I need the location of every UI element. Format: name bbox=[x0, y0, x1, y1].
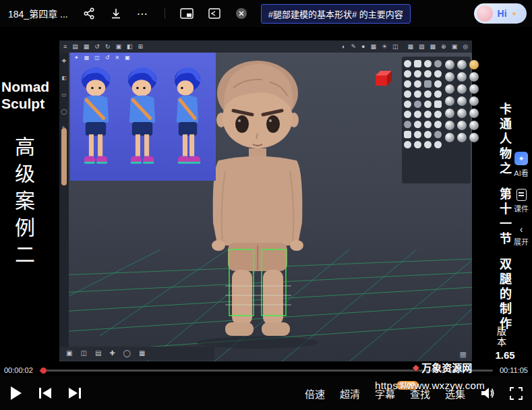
panel-icon[interactable]: ▧ bbox=[419, 40, 425, 53]
ref-tool-icon[interactable]: ↺ bbox=[105, 54, 110, 61]
tool-icon[interactable]: ◧ bbox=[127, 40, 133, 53]
brush-button[interactable] bbox=[414, 80, 421, 88]
brush-button[interactable] bbox=[424, 60, 432, 67]
brush-button[interactable] bbox=[434, 90, 442, 98]
matcap-sphere[interactable] bbox=[445, 96, 454, 106]
brush-button[interactable] bbox=[434, 111, 442, 118]
tool-icon[interactable]: ✎ bbox=[351, 40, 356, 53]
brush-button[interactable] bbox=[414, 90, 421, 98]
panel-icon[interactable]: ◎ bbox=[463, 40, 468, 53]
tool-icon[interactable]: ▤ bbox=[72, 40, 78, 53]
brush-button[interactable] bbox=[404, 121, 411, 128]
matcap-sphere[interactable] bbox=[457, 84, 467, 94]
assistant-avatar[interactable]: Hi ✦ bbox=[474, 3, 527, 24]
reference-image-panel[interactable]: ✦▦◫↺✕▣ bbox=[70, 53, 216, 181]
play-button[interactable] bbox=[9, 386, 22, 401]
panel-icon[interactable]: ▩ bbox=[430, 40, 436, 53]
brush-button[interactable] bbox=[424, 131, 432, 138]
viewport-corner-icon[interactable]: ▦ bbox=[460, 350, 467, 359]
brush-button[interactable] bbox=[404, 60, 411, 67]
expand-panel-button[interactable]: ‹ 展开 bbox=[512, 225, 531, 247]
brush-button[interactable] bbox=[404, 90, 411, 98]
quality-button[interactable]: 超清 bbox=[340, 386, 360, 401]
tool-icon[interactable]: ▦ bbox=[370, 40, 376, 53]
brush-button[interactable] bbox=[404, 141, 411, 148]
transform-tool-icon[interactable]: ◯ bbox=[123, 347, 131, 359]
ref-tool-icon[interactable]: ◫ bbox=[94, 54, 100, 61]
tool-icon[interactable]: ◐ bbox=[342, 40, 345, 53]
matcap-sphere[interactable] bbox=[457, 133, 467, 142]
matcap-sphere[interactable] bbox=[445, 72, 454, 82]
brush-button[interactable] bbox=[404, 131, 411, 138]
rail-tool-icon[interactable]: ◧ bbox=[61, 75, 67, 81]
matcap-sphere[interactable] bbox=[469, 96, 479, 106]
brush-button[interactable] bbox=[414, 111, 421, 118]
share-icon[interactable] bbox=[83, 7, 95, 20]
brush-button[interactable] bbox=[414, 131, 421, 138]
matcap-sphere[interactable] bbox=[469, 109, 479, 118]
matcap-sphere[interactable] bbox=[469, 84, 479, 94]
brush-button[interactable] bbox=[424, 111, 432, 118]
brush-button[interactable] bbox=[414, 141, 421, 148]
matcap-sphere[interactable] bbox=[445, 60, 454, 69]
brush-button[interactable] bbox=[434, 141, 442, 148]
brush-button[interactable] bbox=[424, 90, 432, 98]
brush-button[interactable] bbox=[434, 121, 442, 128]
courseware-button[interactable]: 课件 bbox=[512, 189, 531, 214]
topic-hashtag[interactable]: #腿部建模的基本形状# 的主要内容 bbox=[261, 4, 411, 24]
tool-icon[interactable]: ▦ bbox=[84, 40, 90, 53]
sculpt-character-3d-model[interactable] bbox=[212, 61, 303, 336]
matcap-sphere[interactable] bbox=[457, 96, 467, 106]
matcap-sphere[interactable] bbox=[445, 121, 454, 130]
close-icon[interactable] bbox=[235, 7, 247, 20]
brush-button[interactable] bbox=[414, 100, 421, 108]
next-episode-button[interactable] bbox=[68, 387, 82, 399]
brush-button[interactable] bbox=[424, 141, 432, 148]
brush-button[interactable] bbox=[434, 70, 442, 78]
mini-player-icon[interactable] bbox=[208, 8, 220, 19]
brush-button[interactable] bbox=[424, 80, 432, 88]
previous-episode-button[interactable] bbox=[38, 387, 52, 399]
tool-icon[interactable]: ☀ bbox=[382, 40, 387, 53]
rail-tool-icon[interactable]: ✚ bbox=[62, 58, 67, 64]
ref-tool-icon[interactable]: ✕ bbox=[115, 54, 120, 61]
brush-button[interactable] bbox=[424, 121, 432, 128]
tool-icon[interactable]: ≡ bbox=[63, 40, 67, 53]
matcap-sphere[interactable] bbox=[445, 133, 454, 142]
tool-icon[interactable]: ◫ bbox=[392, 40, 398, 53]
brush-button[interactable] bbox=[414, 70, 421, 78]
brush-button[interactable] bbox=[434, 100, 442, 108]
progress-handle[interactable] bbox=[40, 368, 47, 374]
panel-icon[interactable]: ⊕ bbox=[441, 40, 446, 53]
color-swatch-slider[interactable] bbox=[61, 128, 67, 185]
tool-icon[interactable]: ▣ bbox=[115, 40, 121, 53]
rail-tool-icon[interactable]: ◯ bbox=[61, 109, 67, 115]
matcap-sphere[interactable] bbox=[457, 109, 467, 118]
brush-button[interactable] bbox=[434, 80, 442, 88]
brush-button[interactable] bbox=[434, 131, 442, 138]
matcap-sphere[interactable] bbox=[457, 60, 467, 69]
picture-in-picture-icon[interactable] bbox=[180, 8, 194, 19]
brush-button[interactable] bbox=[404, 100, 411, 108]
brush-button[interactable] bbox=[404, 111, 411, 118]
brush-button[interactable] bbox=[424, 70, 432, 78]
tool-icon[interactable]: ● bbox=[361, 40, 365, 53]
matcap-sphere[interactable] bbox=[469, 60, 479, 69]
tool-icon[interactable]: ↻ bbox=[105, 40, 111, 53]
transform-tool-icon[interactable]: ▤ bbox=[95, 347, 101, 359]
panel-icon[interactable]: ▣ bbox=[452, 40, 458, 53]
ref-tool-icon[interactable]: ▦ bbox=[84, 54, 90, 61]
playback-speed-button[interactable]: 倍速 bbox=[305, 386, 325, 401]
matcap-sphere[interactable] bbox=[469, 72, 479, 82]
panel-icon[interactable]: ▦ bbox=[408, 40, 414, 53]
transform-tool-icon[interactable]: ▣ bbox=[66, 347, 72, 359]
tool-icon[interactable]: ⊞ bbox=[138, 40, 143, 53]
ref-tool-icon[interactable]: ✦ bbox=[74, 54, 79, 61]
matcap-sphere[interactable] bbox=[445, 84, 454, 94]
brush-button[interactable] bbox=[424, 100, 432, 108]
transform-tool-icon[interactable]: ◫ bbox=[80, 347, 86, 359]
fullscreen-icon[interactable] bbox=[510, 387, 523, 400]
transform-tool-icon[interactable]: ✚ bbox=[109, 347, 115, 359]
matcap-sphere[interactable] bbox=[457, 121, 467, 130]
brush-button[interactable] bbox=[414, 121, 421, 128]
